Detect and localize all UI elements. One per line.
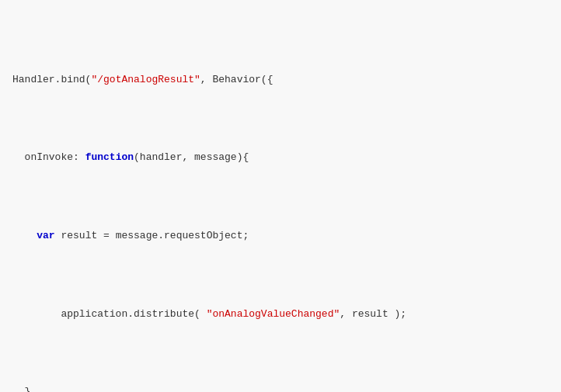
code-line-5: }, — [12, 384, 549, 392]
code-line-2: onInvoke: function(handler, message){ — [12, 150, 549, 165]
code-editor: Handler.bind("/gotAnalogResult", Behavio… — [0, 0, 561, 392]
code-line-3: var result = message.requestObject; — [12, 228, 549, 244]
code-line-1: Handler.bind("/gotAnalogResult", Behavio… — [12, 72, 549, 88]
code-line-4: application.distribute( "onAnalogValueCh… — [12, 307, 549, 322]
